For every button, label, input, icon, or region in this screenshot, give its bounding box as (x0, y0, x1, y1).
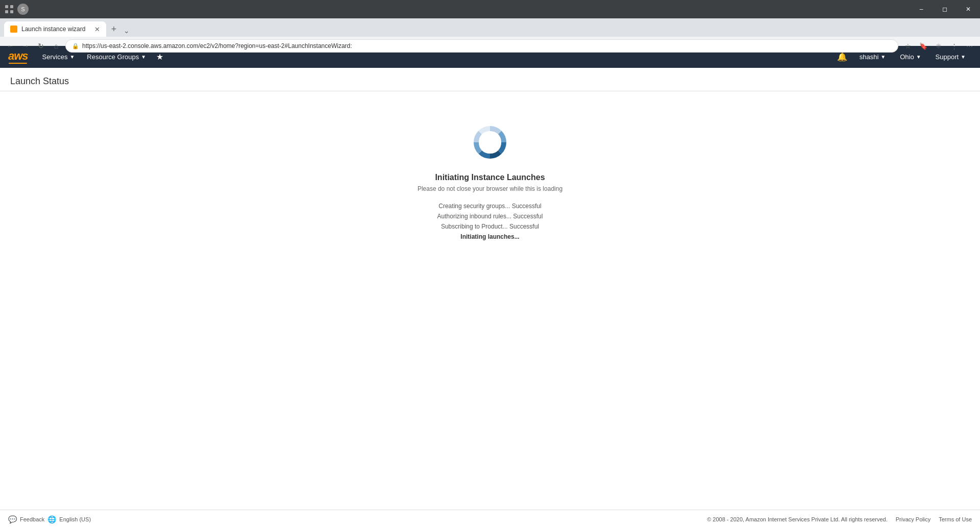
services-nav-item[interactable]: Services ▼ (36, 46, 81, 68)
tab-title: Launch instance wizard (21, 26, 85, 33)
feedback-link[interactable]: Feedback (20, 516, 44, 522)
browser-grid-icon[interactable] (4, 4, 14, 14)
browser-chrome: S – ◻ ✕ Launch instance wizard ✕ + ⌄ ← →… (0, 0, 980, 46)
page-content: Launch Status (0, 68, 980, 510)
language-selector[interactable]: English (US) (59, 516, 91, 522)
notifications-bell-icon[interactable]: 🔔 (833, 52, 851, 62)
restore-button[interactable]: ◻ (933, 0, 957, 18)
tab-favicon (10, 26, 17, 33)
region-nav-item[interactable]: Ohio ▼ (894, 46, 927, 68)
aws-logo[interactable]: aws (8, 51, 28, 64)
user-label: shashi (860, 53, 879, 61)
support-label: Support (936, 53, 959, 61)
copyright-text: © 2008 - 2020, Amazon Internet Services … (707, 516, 888, 522)
user-nav-item[interactable]: shashi ▼ (853, 46, 892, 68)
resource-groups-nav-item[interactable]: Resource Groups ▼ (81, 46, 152, 68)
footer-right: © 2008 - 2020, Amazon Internet Services … (707, 516, 972, 522)
terms-of-use-link[interactable]: Terms of Use (939, 516, 972, 522)
status-step-2: Authorizing inbound rules... Successful (437, 213, 543, 220)
user-chevron-icon: ▼ (880, 54, 886, 60)
loading-spinner (470, 122, 510, 163)
page-footer: 💬 Feedback 🌐 English (US) © 2008 - 2020,… (0, 510, 980, 528)
tab-close-icon[interactable]: ✕ (94, 26, 100, 33)
svg-rect-3 (10, 10, 13, 13)
svg-rect-2 (5, 10, 8, 13)
launch-heading: Initiating Instance Launches (435, 173, 545, 182)
status-step-1: Creating security groups... Successful (437, 203, 543, 210)
navbar-right: 🔔 shashi ▼ Ohio ▼ Support ▼ (833, 46, 972, 68)
page-title: Launch Status (10, 76, 970, 87)
support-nav-item[interactable]: Support ▼ (929, 46, 972, 68)
footer-left: 💬 Feedback 🌐 English (US) (8, 515, 91, 523)
close-button[interactable]: ✕ (957, 0, 980, 18)
aws-logo-line (9, 63, 27, 64)
status-list: Creating security groups... Successful A… (437, 203, 543, 243)
svg-point-4 (483, 135, 497, 149)
resource-groups-chevron-icon: ▼ (141, 54, 146, 60)
aws-logo-text: aws (8, 51, 28, 62)
window-controls: – ◻ ✕ (910, 0, 980, 18)
services-chevron-icon: ▼ (69, 54, 75, 60)
address-bar[interactable]: 🔒 https://us-east-2.console.aws.amazon.c… (65, 39, 898, 53)
resource-groups-label: Resource Groups (87, 53, 139, 61)
active-browser-tab[interactable]: Launch instance wizard ✕ (4, 21, 106, 37)
status-step-4: Initiating launches... (437, 233, 543, 240)
browser-top-bar: S – ◻ ✕ (0, 0, 980, 18)
browser-tab-bar: Launch instance wizard ✕ + ⌄ (0, 18, 980, 37)
svg-rect-1 (10, 5, 13, 8)
launch-content: Initiating Instance Launches Please do n… (0, 91, 980, 274)
language-globe-icon: 🌐 (47, 515, 56, 523)
launch-subtitle: Please do not close your browser while t… (418, 185, 562, 192)
browser-profile-icon[interactable]: S (17, 4, 29, 15)
favorites-star-icon[interactable]: ★ (152, 52, 167, 62)
support-chevron-icon: ▼ (961, 54, 966, 60)
feedback-icon: 💬 (8, 515, 17, 523)
region-chevron-icon: ▼ (916, 54, 921, 60)
tab-menu-button[interactable]: ⌄ (121, 24, 132, 37)
new-tab-button[interactable]: + (106, 21, 121, 37)
privacy-policy-link[interactable]: Privacy Policy (896, 516, 930, 522)
status-step-3: Subscribing to Product... Successful (437, 223, 543, 230)
region-label: Ohio (900, 53, 914, 61)
minimize-button[interactable]: – (910, 0, 933, 18)
page-header: Launch Status (0, 68, 980, 91)
svg-rect-0 (5, 5, 8, 8)
services-label: Services (42, 53, 68, 61)
